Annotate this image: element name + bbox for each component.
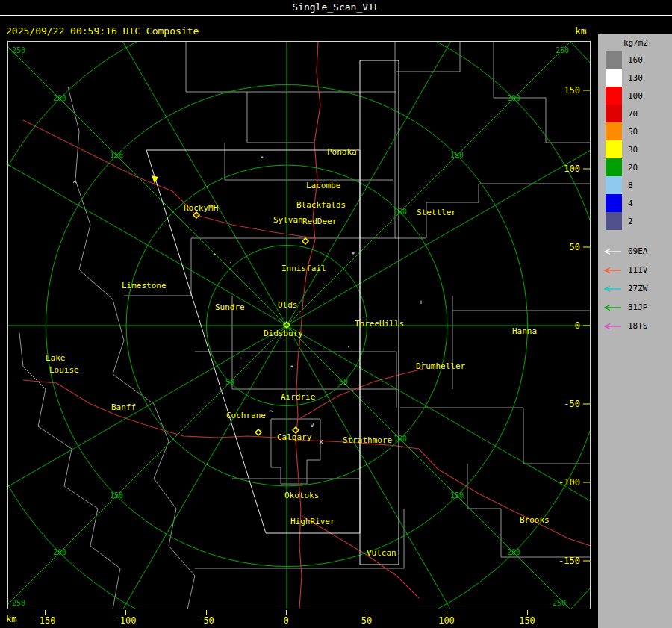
city-label: Airdrie <box>281 392 315 402</box>
bottom-axis-tick <box>206 610 207 615</box>
range-label: 150 <box>110 491 123 500</box>
station-mark: · <box>346 343 350 351</box>
city-label: Okotoks <box>284 491 319 500</box>
bottom-axis-unit: km <box>6 614 16 624</box>
city-label: Vulcan <box>367 548 396 558</box>
range-label: 200 <box>53 548 66 556</box>
colorscale-unit: kg/m2 <box>623 38 672 48</box>
color-scale-value: 8 <box>622 181 633 190</box>
city-label: Ponoka <box>327 147 357 157</box>
city-label: Blackfalds <box>296 200 346 210</box>
city-label: Calgary <box>277 432 312 442</box>
city-label: Louise <box>49 365 79 375</box>
azimuth-line <box>74 326 287 609</box>
radar-map-display[interactable]: 2502001501001502002505015020025050100150… <box>7 41 591 609</box>
station-mark: · <box>343 381 346 388</box>
range-label: 150 <box>450 491 464 500</box>
color-scale-value: 70 <box>622 109 638 119</box>
bottom-axis-label: -100 <box>115 615 137 626</box>
city-label: Lacombe <box>306 181 340 190</box>
municipal-boundary <box>247 92 314 143</box>
color-scale-value: 130 <box>622 73 643 83</box>
radar-legend-row: 111V <box>603 261 672 279</box>
radar-id-label: 27ZW <box>623 284 648 293</box>
bottom-axis-tick <box>367 610 367 615</box>
bottom-axis-tick <box>527 610 528 615</box>
color-scale-row: 130 <box>606 69 672 87</box>
city-label: Lake <box>46 353 66 363</box>
color-scale-row: 100 <box>606 87 672 105</box>
range-label: 250 <box>12 46 25 55</box>
range-label: 150 <box>110 151 123 159</box>
legend-panel: kg/m2 16013010070503020842 09EA111V27ZW3… <box>598 34 672 628</box>
color-swatch <box>606 140 622 158</box>
station-mark: ^ <box>72 180 77 187</box>
station-mark: v <box>310 421 314 429</box>
color-swatch <box>606 158 622 176</box>
radar-legend-row: 18TS <box>603 317 672 335</box>
range-label: 250 <box>556 46 569 55</box>
right-axis-label: 0 <box>575 320 580 331</box>
color-scale-value: 160 <box>622 55 643 65</box>
color-swatch <box>606 105 622 122</box>
window-title: Single_Scan_VIL <box>0 0 672 16</box>
bottom-axis-tick <box>45 610 46 615</box>
radar-site-legend: 09EA111V27ZW31JP18TS <box>603 242 672 335</box>
radar-arrow-icon <box>603 323 623 330</box>
scan-timestamp: 2025/09/22 00:59:16 UTC Composite <box>6 25 199 37</box>
station-mark: ^ <box>260 155 264 163</box>
station-mark: + <box>419 298 423 305</box>
city-label: Olds <box>278 300 298 310</box>
city-label: Cochrane <box>226 411 266 420</box>
city-label: Sylvan <box>273 215 303 225</box>
right-axis-label: 100 <box>564 164 580 174</box>
range-label: 100 <box>393 435 407 443</box>
right-axis-unit: km <box>575 25 587 37</box>
bottom-axis-label: -150 <box>34 615 56 626</box>
azimuth-line <box>74 42 287 326</box>
radar-id-label: 111V <box>623 265 648 275</box>
bottom-axis-label: 150 <box>519 615 535 626</box>
azimuth-line <box>8 113 287 326</box>
color-scale: 16013010070503020842 <box>606 51 672 230</box>
station-mark: ^ <box>212 252 217 260</box>
pointer-arrow-icon <box>152 175 158 184</box>
radar-map-svg: 2502001501001502002505015020025050100150… <box>8 42 591 609</box>
city-label: Banff <box>111 402 136 412</box>
bottom-axis-label: 0 <box>283 615 288 626</box>
color-scale-value: 30 <box>622 145 638 155</box>
city-label: Innisfail <box>281 264 326 273</box>
radar-arrow-icon <box>603 267 623 274</box>
city-label: Sundre <box>215 302 245 312</box>
radar-legend-row: 09EA <box>603 242 672 261</box>
color-swatch <box>606 87 622 105</box>
bottom-axis-label: 50 <box>361 615 372 626</box>
city-label: Strathmore <box>343 435 392 445</box>
color-swatch <box>606 51 622 69</box>
radar-id-label: 31JP <box>623 302 648 312</box>
range-label: 250 <box>12 599 25 607</box>
bottom-axis-label: -50 <box>198 615 214 626</box>
range-label: 200 <box>507 94 520 102</box>
right-axis-label: -150 <box>559 556 580 566</box>
color-swatch <box>606 194 622 212</box>
municipal-boundary <box>400 408 591 464</box>
city-label: Brooks <box>520 515 550 525</box>
color-scale-row: 8 <box>606 176 672 194</box>
radar-id-label: 09EA <box>623 246 648 256</box>
radar-site-diamond <box>302 238 308 244</box>
radar-arrow-icon <box>603 304 623 311</box>
color-scale-row: 70 <box>606 105 672 122</box>
bottom-axis-tick <box>286 610 287 615</box>
city-label: ThreeHills <box>355 319 404 329</box>
color-swatch <box>606 69 622 87</box>
range-label: 250 <box>553 599 566 607</box>
color-scale-value: 4 <box>622 199 633 208</box>
bottom-axis-label: 100 <box>438 615 455 626</box>
station-mark: · <box>239 355 243 362</box>
color-swatch <box>606 212 622 230</box>
station-mark: ^ <box>290 364 294 372</box>
municipal-boundary <box>225 143 393 180</box>
station-mark: ^ <box>269 409 273 417</box>
range-label: 50 <box>225 378 234 386</box>
